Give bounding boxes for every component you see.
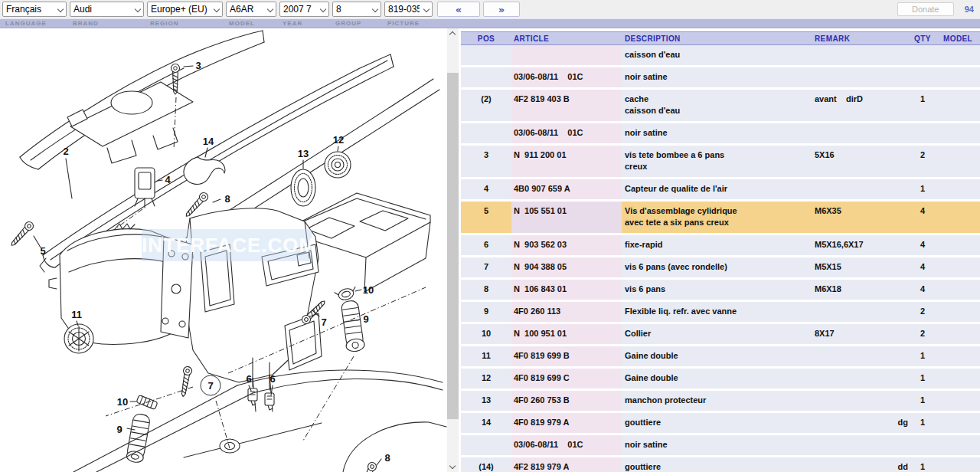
region-select[interactable]: Europe+ (EU) — [147, 2, 223, 17]
cell-code — [885, 45, 908, 65]
cell-remark — [812, 369, 885, 388]
field-label: LANGUAGE — [2, 19, 67, 28]
table-row[interactable]: 10N 100 951 01Collier8X172 — [461, 324, 980, 344]
diagram-scrollbar[interactable] — [447, 28, 459, 472]
diagram-callout-11[interactable]: 11 — [71, 309, 82, 320]
language-select[interactable]: Français — [2, 2, 67, 17]
diagram-callout-6[interactable]: 6 — [246, 373, 251, 385]
diagram-callout-10[interactable]: 10 — [363, 284, 374, 296]
cell-description: vis 6 pans (avec rondelle) — [622, 257, 812, 277]
table-row[interactable]: 03/06-08/11 01Cnoir satine — [461, 67, 980, 87]
table-row[interactable]: 3N 911 200 01vis tete bombee a 6 panscre… — [461, 146, 980, 177]
cell-pos: 5 — [461, 202, 511, 233]
main-content: INTERFACE.COM 321413124851110797661098 P… — [0, 28, 980, 472]
description-line: manchon protecteur — [625, 395, 812, 406]
diagram-callout-8[interactable]: 8 — [384, 452, 390, 464]
diagram-callout-6[interactable]: 6 — [270, 373, 275, 385]
model-select[interactable]: A6AR — [226, 2, 276, 17]
cell-article: 4F0 260 113 — [511, 302, 622, 322]
cell-description: gouttiere — [622, 413, 812, 433]
table-row-selected[interactable]: 5N 105 551 01Vis d'assemblage cylidrique… — [461, 202, 980, 233]
cell-code — [885, 235, 908, 255]
cell-pos: 8 — [461, 280, 511, 300]
cell-qty: 1 — [908, 391, 937, 411]
diagram-callout-3[interactable]: 3 — [195, 60, 201, 71]
header-description: DESCRIPTION — [622, 32, 812, 44]
cell-model — [937, 369, 980, 388]
cell-qty: 4 — [908, 202, 937, 233]
table-row[interactable]: 134F0 260 753 Bmanchon protecteur1 — [461, 391, 980, 411]
table-row[interactable]: 7N 904 388 05vis 6 pans (avec rondelle)M… — [461, 257, 980, 277]
picture-select[interactable]: 819-035 — [384, 2, 433, 17]
description-line: Gaine double — [625, 372, 812, 384]
cell-model — [937, 123, 980, 143]
parts-table: POS ARTICLE DESCRIPTION REMARK QTY MODEL… — [461, 28, 980, 472]
year-select-wrap: 2007 7 — [279, 2, 329, 17]
picture-select-wrap: 819-035 — [384, 2, 433, 17]
cell-description: Flexible liq. refr. avec vanne — [622, 302, 812, 322]
table-row[interactable]: 03/06-08/11 01Cnoir satine — [461, 435, 980, 455]
diagram-callout-13[interactable]: 13 — [298, 148, 309, 159]
previous-picture-button[interactable]: « — [437, 2, 480, 17]
next-picture-button[interactable]: » — [483, 2, 520, 17]
scroll-down-arrow-icon[interactable] — [447, 461, 459, 472]
cell-qty: 2 — [908, 146, 937, 177]
group-select[interactable]: 8 — [332, 2, 381, 17]
cell-article: N 105 551 01 — [511, 202, 622, 233]
table-row[interactable]: 6N 903 562 03fixe-rapidM5X16,6X174 — [461, 235, 980, 255]
table-row[interactable]: 44B0 907 659 ACapteur de qualite de l'ai… — [461, 179, 980, 199]
cell-remark — [812, 67, 885, 87]
diagram-callout-7[interactable]: 7 — [321, 316, 326, 328]
table-row[interactable]: 124F0 819 699 CGaine double1 — [461, 369, 980, 388]
cell-code — [885, 324, 908, 344]
cell-remark: 5X16 — [812, 146, 885, 177]
table-row[interactable]: 8N 106 843 01vis 6 pansM6X184 — [461, 280, 980, 300]
table-row[interactable]: 144F0 819 979 Agouttieredg1 — [461, 413, 980, 433]
scroll-up-arrow-icon[interactable] — [447, 28, 459, 40]
description-line: caisson d'eau — [625, 105, 812, 116]
diagram-callout-14[interactable]: 14 — [203, 136, 214, 147]
cell-code: dd — [885, 457, 908, 472]
header-model: MODEL — [937, 32, 980, 44]
header-qty: QTY — [908, 32, 937, 44]
brand-select[interactable]: Audi — [70, 2, 144, 17]
table-row[interactable]: 94F0 260 113Flexible liq. refr. avec van… — [461, 302, 980, 322]
diagram-callout-4[interactable]: 4 — [165, 174, 170, 185]
diagram-callout-7[interactable]: 7 — [201, 375, 221, 396]
year-select[interactable]: 2007 7 — [279, 2, 329, 17]
brand-select-wrap: Audi — [70, 2, 144, 17]
header-article: ARTICLE — [511, 32, 622, 44]
donate-button[interactable]: Donate — [897, 2, 954, 16]
diagram-callout-5[interactable]: 5 — [40, 245, 45, 257]
cell-article: 4F0 819 979 A — [511, 413, 622, 433]
group-select-wrap: 8 — [332, 2, 381, 17]
cell-model — [937, 346, 980, 366]
cell-qty: 2 — [908, 324, 937, 344]
description-line: cache — [625, 93, 812, 105]
table-row[interactable]: caisson d'eau — [461, 45, 980, 65]
table-row[interactable]: 03/06-08/11 01Cnoir satine — [461, 123, 980, 143]
cell-model — [937, 280, 980, 300]
diagram-callout-9[interactable]: 9 — [116, 424, 122, 435]
diagram-callout-8[interactable]: 8 — [224, 193, 230, 205]
cell-remark — [812, 457, 885, 472]
diagram-callout-12[interactable]: 12 — [333, 134, 344, 146]
description-line: Capteur de qualite de l'air — [625, 183, 812, 195]
cell-remark — [812, 302, 885, 322]
cell-remark: M6X35 — [812, 202, 885, 233]
description-line: Flexible liq. refr. avec vanne — [625, 306, 812, 317]
diagram-callout-9[interactable]: 9 — [363, 313, 368, 325]
table-row[interactable]: (2)4F2 819 403 Bcachecaisson d'eauavant … — [461, 90, 980, 121]
diagram-callout-10[interactable]: 10 — [117, 396, 128, 408]
diagram-callout-2[interactable]: 2 — [63, 146, 68, 157]
cell-article — [511, 45, 622, 65]
cell-code: dg — [885, 413, 908, 433]
cell-code — [885, 302, 908, 322]
field-label: REGION — [147, 19, 223, 28]
scrollbar-thumb[interactable] — [447, 73, 459, 419]
field-label: BRAND — [70, 19, 144, 28]
cell-remark — [812, 391, 885, 411]
table-row[interactable]: 114F0 819 699 BGaine double1 — [461, 346, 980, 366]
table-row[interactable]: (14)4F2 819 979 Agouttieredd1 — [461, 457, 980, 472]
cell-model — [937, 435, 980, 455]
